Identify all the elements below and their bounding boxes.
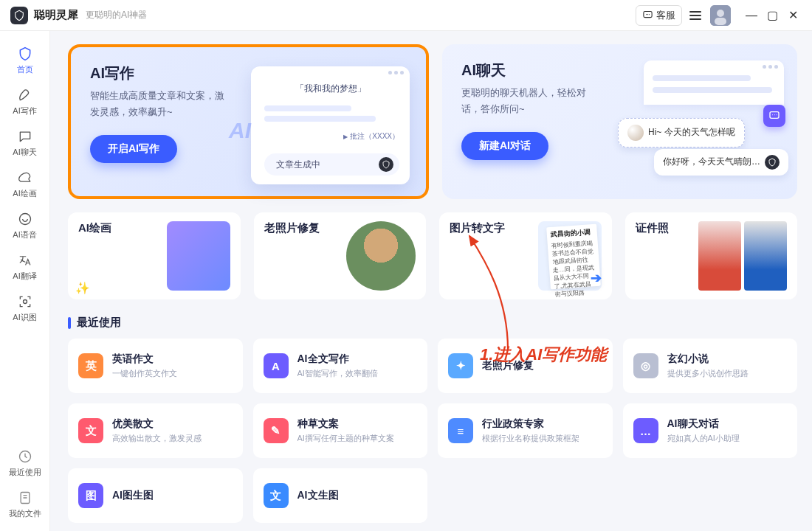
card-title: AI聊天对话 — [667, 417, 788, 431]
app-logo — [10, 7, 28, 24]
card-title: 英语作文 — [112, 353, 233, 366]
recent-card[interactable]: 文AI文生图 — [253, 468, 428, 523]
card-icon: ✎ — [264, 418, 289, 443]
hero-ai-write[interactable]: AI写作 智能生成高质量文章和文案，激发灵感，效率飙升~ 开启AI写作 「我和我… — [68, 44, 429, 199]
recent-section-title: 最近使用 — [68, 316, 797, 330]
recent-card[interactable]: ✦老照片修复 — [438, 339, 613, 393]
card-icon: … — [633, 418, 658, 443]
sidebar: 首页 AI写作 AI聊天 AI绘画 AI语音 AI翻译 AI识图 最 — [0, 31, 50, 531]
write-preview-status: 文章生成中 — [264, 153, 399, 176]
card-title: AI图生图 — [112, 489, 233, 502]
ai-watermark: AI — [229, 118, 251, 143]
feature-ai-paint[interactable]: AI绘画 ✨ — [68, 212, 241, 299]
feature-ocr[interactable]: 图片转文字 武昌街的小调有时候到重庆喝茶书总会不自觉地跟武昌街往走…同，是现武昌… — [439, 212, 612, 299]
card-subtitle: AI撰写任何主题的种草文案 — [297, 433, 418, 444]
slip-title: 武昌街的小调 — [550, 227, 593, 240]
main-content: AI写作 智能生成高质量文章和文案，激发灵感，效率飙升~ 开启AI写作 「我和我… — [50, 31, 812, 531]
avatar-icon — [627, 125, 644, 141]
card-subtitle: 高效输出散文，激发灵感 — [112, 433, 233, 444]
feature-title: 图片转文字 — [450, 221, 505, 235]
file-icon — [17, 490, 33, 506]
logo-badge-icon — [765, 155, 780, 170]
hero-ai-chat[interactable]: AI聊天 更聪明的聊天机器人，轻松对话，答你所问~ 新建AI对话 Hi~ 今天的… — [442, 44, 797, 199]
sidebar-item-translate[interactable]: AI翻译 — [4, 246, 47, 288]
sidebar-item-voice[interactable]: AI语音 — [4, 205, 47, 246]
sidebar-item-label: 我的文件 — [9, 508, 41, 519]
sidebar-item-write[interactable]: AI写作 — [4, 81, 47, 122]
recent-card[interactable]: 文优美散文高效输出散文，激发灵感 — [68, 403, 243, 458]
chat-bubble-ai: 你好呀，今天天气晴朗… — [654, 149, 788, 176]
logo-badge-icon — [379, 157, 393, 172]
sidebar-item-chat[interactable]: AI聊天 — [4, 122, 47, 164]
menu-icon[interactable] — [689, 11, 701, 20]
recent-card[interactable]: 英英语作文一键创作英文作文 — [68, 339, 243, 393]
start-write-button[interactable]: 开启AI写作 — [90, 135, 177, 163]
card-subtitle: 提供更多小说创作思路 — [667, 368, 788, 379]
svg-rect-6 — [715, 18, 726, 25]
card-title: AI文生图 — [297, 489, 418, 502]
window-maximize-icon[interactable]: ▢ — [762, 5, 782, 26]
svg-point-3 — [649, 14, 650, 15]
slip-body: 有时候到重庆喝茶书总会不自觉地跟武昌街往走…同，是现武昌从大大不同了,尤其在武昌… — [551, 240, 594, 298]
arrow-icon: ➔ — [591, 270, 602, 286]
svg-point-2 — [647, 14, 648, 15]
card-subtitle: 一键创作英文作文 — [112, 368, 233, 379]
sidebar-item-label: AI聊天 — [13, 147, 36, 158]
chat-bubble-icon — [642, 10, 653, 21]
card-icon: ◎ — [633, 353, 658, 378]
card-title: 行业政策专家 — [482, 417, 602, 431]
window-minimize-icon[interactable]: — — [741, 5, 762, 26]
feature-photo-restore[interactable]: 老照片修复 — [254, 212, 427, 299]
id-photo-thumb — [744, 221, 787, 291]
sidebar-item-files[interactable]: 我的文件 — [4, 484, 47, 525]
wand-icon: ✨ — [75, 281, 90, 295]
pen-icon — [17, 87, 33, 103]
write-preview-title: 「我和我的梦想」 — [251, 66, 410, 95]
voice-icon — [17, 211, 33, 227]
card-subtitle: 根据行业名称提供政策框架 — [482, 433, 602, 444]
sidebar-item-scan[interactable]: AI识图 — [4, 288, 47, 329]
svg-point-1 — [646, 14, 647, 15]
sidebar-item-paint[interactable]: AI绘画 — [4, 164, 47, 205]
chat-bubble-user: Hi~ 今天的天气怎样呢 — [618, 118, 745, 148]
card-subtitle: AI智能写作，效率翻倍 — [297, 368, 418, 379]
write-preview-note: 批注（XXXX） — [343, 131, 399, 142]
card-icon: 英 — [78, 353, 103, 378]
svg-point-5 — [717, 10, 724, 17]
chat-icon — [17, 128, 33, 145]
recent-card[interactable]: ✎种草文案AI撰写任何主题的种草文案 — [253, 403, 428, 458]
chat-preview-panel: Hi~ 今天的天气怎样呢 你好呀，今天天气晴朗… — [618, 60, 784, 186]
write-preview-panel: 「我和我的梦想」 AI 批注（XXXX） 文章生成中 — [251, 66, 410, 184]
recent-card[interactable]: …AI聊天对话宛如真人的AI小助理 — [623, 403, 798, 458]
recent-grid: 英英语作文一键创作英文作文AAI全文写作AI智能写作，效率翻倍✦老照片修复◎玄幻… — [68, 339, 797, 523]
chat-float-icon — [763, 105, 785, 127]
sidebar-item-label: AI绘画 — [13, 188, 36, 199]
card-icon: ✦ — [448, 353, 473, 378]
photo-thumb — [346, 221, 416, 291]
user-avatar[interactable] — [710, 5, 731, 26]
hero-chat-desc: 更聪明的聊天机器人，轻松对话，答你所问~ — [461, 85, 602, 117]
feature-id-photo[interactable]: 证件照 — [625, 212, 798, 299]
sidebar-item-recent[interactable]: 最近使用 — [4, 442, 47, 484]
window-close-icon[interactable]: ✕ — [782, 5, 803, 26]
app-tagline: 更聪明的AI神器 — [86, 9, 147, 21]
feature-title: 老照片修复 — [264, 221, 320, 235]
card-title: 优美散文 — [112, 417, 233, 431]
svg-point-7 — [19, 214, 30, 225]
card-title: 玄幻小说 — [667, 353, 788, 366]
card-icon: 图 — [78, 483, 103, 508]
recent-card[interactable]: ≡行业政策专家根据行业名称提供政策框架 — [438, 403, 613, 458]
paint-thumb: ✨ — [167, 221, 230, 291]
sidebar-item-label: AI翻译 — [13, 271, 36, 282]
sidebar-item-label: 最近使用 — [9, 467, 41, 478]
recent-card[interactable]: 图AI图生图 — [68, 468, 243, 523]
card-title: 种草文案 — [297, 417, 418, 431]
sidebar-item-home[interactable]: 首页 — [4, 40, 47, 81]
recent-card[interactable]: ◎玄幻小说提供更多小说创作思路 — [623, 339, 798, 393]
app-name: 聪明灵犀 — [34, 8, 78, 22]
recent-card[interactable]: AAI全文写作AI智能写作，效率翻倍 — [253, 339, 428, 393]
card-icon: 文 — [264, 483, 289, 508]
new-chat-button[interactable]: 新建AI对话 — [461, 132, 548, 160]
support-button[interactable]: 客服 — [636, 5, 682, 26]
titlebar: 聪明灵犀 更聪明的AI神器 客服 — ▢ ✕ — [0, 0, 812, 31]
